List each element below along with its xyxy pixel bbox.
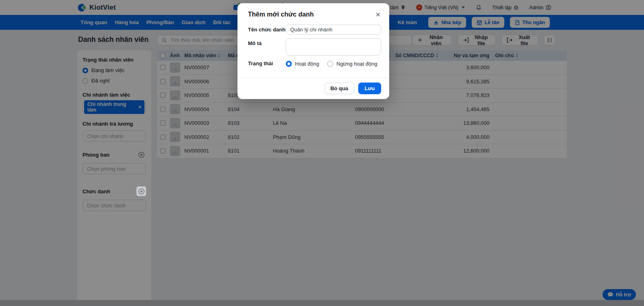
status-label: Trạng thái — [248, 59, 286, 66]
modal-title: Thêm mới chức danh — [248, 11, 314, 18]
job-title-name-label: Tên chức danh — [248, 25, 286, 33]
job-title-name-input[interactable] — [286, 25, 381, 35]
app: KiotViet 0 Thanh toán $ Chi nhánh trung … — [0, 0, 644, 306]
add-job-title-button[interactable] — [136, 186, 146, 196]
status-active-radio[interactable]: Hoạt động — [286, 61, 319, 67]
save-button[interactable]: Lưu — [358, 83, 381, 94]
close-icon[interactable]: × — [376, 11, 380, 18]
radio-selected-icon — [286, 61, 292, 67]
description-label: Mô tả — [248, 38, 286, 46]
radio-unselected-icon — [327, 61, 333, 67]
status-inactive-radio[interactable]: Ngừng hoạt động — [327, 61, 377, 67]
add-job-title-modal: Thêm mới chức danh × Tên chức danh Mô tả… — [237, 3, 389, 99]
cancel-button[interactable]: Bỏ qua — [324, 83, 354, 94]
description-textarea[interactable] — [286, 38, 381, 56]
